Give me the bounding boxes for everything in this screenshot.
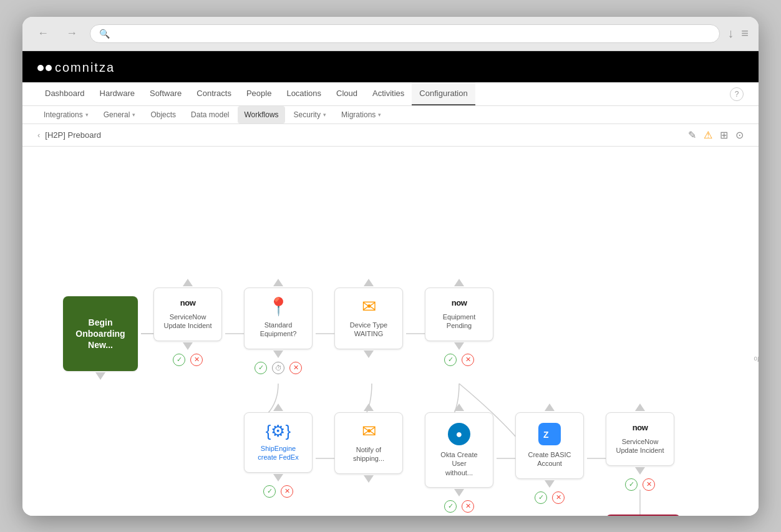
cross-btn[interactable]: ✕ xyxy=(462,354,474,366)
location-icon: 📍 xyxy=(268,298,289,316)
shipengine-actions: ✓ ✕ xyxy=(263,485,293,498)
device-type-card[interactable]: ✉ Device TypeWAITING xyxy=(334,288,403,349)
connector-up xyxy=(273,279,283,286)
sub-nav-data-model[interactable]: Data model xyxy=(185,106,235,123)
shipengine-icon: {⚙} xyxy=(266,423,291,439)
nav-locations[interactable]: Locations xyxy=(279,82,329,105)
begin-label: BeginOnboardingNew... xyxy=(75,317,125,351)
menu-icon[interactable]: ≡ xyxy=(741,26,749,41)
standard-equipment-card[interactable]: 📍 StandardEquipment? xyxy=(244,288,313,349)
workflow-canvas[interactable]: BeginOnboardingNew... now ServiceNowUpda… xyxy=(22,147,759,516)
sub-nav-migrations[interactable]: Migrations ▾ xyxy=(335,106,387,123)
connector-down xyxy=(364,475,374,483)
nav-activities[interactable]: Activities xyxy=(365,82,412,105)
sub-nav-workflows[interactable]: Workflows xyxy=(238,106,284,123)
device-type-label: Device TypeWAITING xyxy=(350,321,387,339)
help-button[interactable]: ? xyxy=(730,87,744,101)
canvas-inner: BeginOnboardingNew... now ServiceNowUpda… xyxy=(22,147,759,516)
connector-down xyxy=(454,342,464,350)
connector-down xyxy=(454,489,464,496)
notify-shipping-label: Notify ofshipping... xyxy=(353,445,384,463)
app-header: comnitza xyxy=(22,51,759,83)
zoom-icon: Z xyxy=(538,423,561,445)
breadcrumb-back[interactable]: ‹ xyxy=(37,130,40,140)
svg-text:Z: Z xyxy=(543,430,549,440)
check-btn[interactable]: ✓ xyxy=(535,491,547,504)
breadcrumb-bar: ‹ [H2P] Preboard ✎ ⚠ ⊞ ⊙ xyxy=(22,124,759,147)
check-btn[interactable]: ✓ xyxy=(444,354,457,366)
sub-nav-objects[interactable]: Objects xyxy=(144,106,182,123)
nav-people[interactable]: People xyxy=(239,82,279,105)
end-card[interactable]: End xyxy=(606,515,681,516)
cross-btn[interactable]: ✕ xyxy=(552,491,565,504)
cross-btn[interactable]: ✕ xyxy=(462,500,474,513)
servicenow2-card[interactable]: now ServiceNowUpdate Incident xyxy=(606,412,674,466)
clock-btn[interactable]: ⏱ xyxy=(272,362,284,374)
end-node[interactable]: End xyxy=(606,515,681,516)
search-bar: 🔍 xyxy=(90,24,720,43)
cross-btn[interactable]: ✕ xyxy=(190,354,203,366)
browser-actions: ↓ ≡ xyxy=(727,26,749,41)
search-icon: 🔍 xyxy=(99,29,110,39)
nav-dashboard[interactable]: Dashboard xyxy=(37,82,92,105)
check-btn[interactable]: ✓ xyxy=(173,354,185,366)
notify-shipping-card[interactable]: ✉ Notify ofshipping... xyxy=(334,412,403,474)
okta-label: Okta Create Userwithout... xyxy=(433,450,485,477)
nav-hardware[interactable]: Hardware xyxy=(92,82,142,105)
begin-node[interactable]: BeginOnboardingNew... xyxy=(63,296,138,381)
begin-card[interactable]: BeginOnboardingNew... xyxy=(63,296,138,371)
check-btn[interactable]: ✓ xyxy=(263,485,276,498)
zoom-node[interactable]: Z Create BASICAccount ✓ ✕ xyxy=(515,402,584,504)
nav-cloud[interactable]: Cloud xyxy=(329,82,365,105)
download-icon[interactable]: ↓ xyxy=(727,26,734,41)
edit-icon[interactable]: ✎ xyxy=(688,129,696,141)
layout-icon[interactable]: ⊞ xyxy=(720,129,728,141)
servicenow1-node[interactable]: now ServiceNowUpdate Incident ✓ ✕ xyxy=(153,278,222,366)
sub-nav-general[interactable]: General ▾ xyxy=(97,106,142,123)
forward-button[interactable]: → xyxy=(61,24,82,42)
cross-btn[interactable]: ✕ xyxy=(289,362,302,374)
show-info-tab[interactable]: Show info xyxy=(754,355,759,362)
check-btn[interactable]: ✓ xyxy=(444,500,457,513)
connector-down xyxy=(635,467,645,475)
check-btn[interactable]: ✓ xyxy=(255,362,267,374)
device-type-node[interactable]: ✉ Device TypeWAITING xyxy=(334,278,403,359)
notify-shipping-node[interactable]: ✉ Notify ofshipping... xyxy=(334,402,403,484)
app-logo: comnitza xyxy=(37,59,115,75)
equipment-pending-node[interactable]: now EquipmentPending ✓ ✕ xyxy=(425,278,493,366)
servicenow2-logo: now xyxy=(633,423,648,432)
warning-icon[interactable]: ⚠ xyxy=(704,129,712,141)
history-icon[interactable]: ⊙ xyxy=(735,129,744,141)
zoom-card[interactable]: Z Create BASICAccount xyxy=(515,412,584,479)
equipment-pending-card[interactable]: now EquipmentPending xyxy=(425,288,493,341)
shipengine-card[interactable]: {⚙} ShipEnginecreate FedEx xyxy=(244,412,313,473)
okta-card[interactable]: ● Okta Create Userwithout... xyxy=(425,412,493,488)
servicenow2-node[interactable]: now ServiceNowUpdate Incident ✓ ✕ xyxy=(606,402,674,491)
nav-configuration[interactable]: Configuration xyxy=(412,82,475,105)
okta-node[interactable]: ● Okta Create Userwithout... ✓ ✕ xyxy=(425,402,493,513)
servicenow1-label: ServiceNowUpdate Incident xyxy=(163,312,211,331)
back-button[interactable]: ← xyxy=(32,24,54,42)
sub-nav-security[interactable]: Security ▾ xyxy=(288,106,332,123)
logo-text: comnitza xyxy=(55,60,115,75)
breadcrumb: ‹ [H2P] Preboard xyxy=(37,130,101,140)
connector-up xyxy=(545,404,555,411)
connector-up xyxy=(273,404,283,411)
servicenow1-card[interactable]: now ServiceNowUpdate Incident xyxy=(153,288,222,341)
notify-icon: ✉ xyxy=(362,423,376,440)
cross-btn[interactable]: ✕ xyxy=(643,478,655,491)
cross-btn[interactable]: ✕ xyxy=(281,485,293,498)
check-btn[interactable]: ✓ xyxy=(625,478,638,491)
connector-down xyxy=(364,351,374,358)
servicenow2-label: ServiceNowUpdate Incident xyxy=(616,437,664,455)
shipengine-node[interactable]: {⚙} ShipEnginecreate FedEx ✓ ✕ xyxy=(244,402,313,498)
sub-nav-integrations[interactable]: Integrations ▾ xyxy=(37,106,95,123)
servicenow1-actions: ✓ ✕ xyxy=(173,354,203,366)
okta-icon: ● xyxy=(448,423,470,445)
nav-contracts[interactable]: Contracts xyxy=(189,82,239,105)
search-input[interactable] xyxy=(115,29,711,38)
standard-equipment-node[interactable]: 📍 StandardEquipment? ✓ ⏱ ✕ xyxy=(244,278,313,374)
equipment-pending-label: EquipmentPending xyxy=(443,312,476,331)
connector-down xyxy=(273,351,283,358)
nav-software[interactable]: Software xyxy=(142,82,189,105)
